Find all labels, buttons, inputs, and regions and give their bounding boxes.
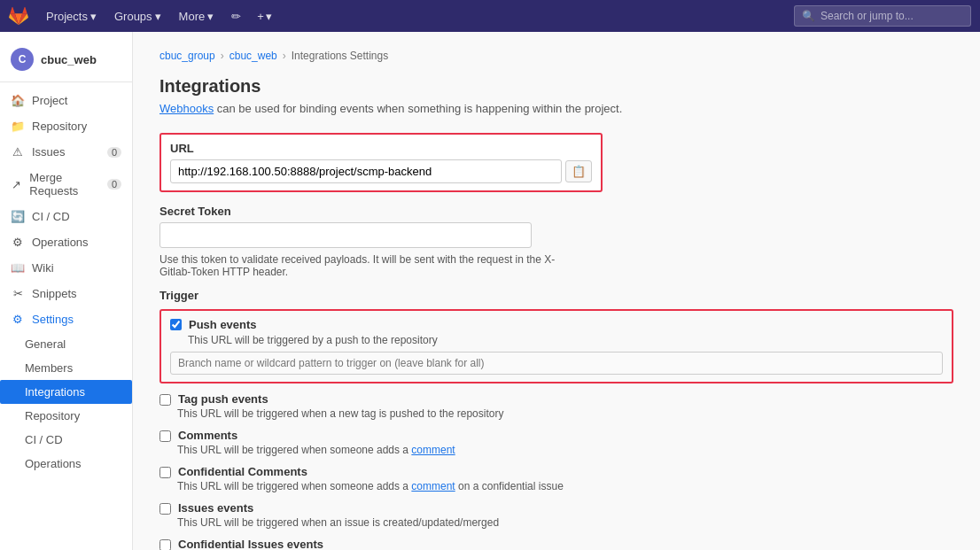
comment-link2[interactable]: comment: [411, 480, 455, 492]
chevron-down-icon: ▾: [266, 10, 272, 23]
confidential-comments-desc: This URL will be triggered when someone …: [177, 480, 953, 492]
trigger-issues: Issues events This URL will be triggered…: [159, 501, 953, 529]
breadcrumb-sep1: ›: [221, 50, 224, 62]
breadcrumb-group[interactable]: cbuc_group: [159, 50, 215, 62]
chevron-down-icon: ▾: [207, 10, 214, 23]
webhooks-link[interactable]: Webhooks: [159, 102, 214, 115]
repository-icon: 📁: [11, 120, 25, 133]
sidebar-label: CI / CD: [32, 210, 70, 223]
sidebar-label: Merge Requests: [29, 171, 100, 198]
search-input[interactable]: 🔍 Search or jump to...: [794, 5, 971, 27]
sidebar-item-issues[interactable]: ⚠ Issues 0: [0, 139, 132, 165]
sidebar-label: Wiki: [32, 261, 54, 275]
branch-pattern-input[interactable]: [170, 352, 943, 375]
url-label: URL: [170, 142, 592, 155]
gitlab-logo[interactable]: [9, 6, 28, 26]
trigger-label: Trigger: [159, 289, 953, 302]
sidebar-sub-general[interactable]: General: [0, 332, 132, 356]
tag-push-desc: This URL will be triggered when a new ta…: [177, 407, 953, 420]
sidebar-label: Project: [32, 94, 67, 107]
confidential-issues-checkbox[interactable]: [159, 539, 171, 550]
issues-events-checkbox[interactable]: [159, 503, 171, 515]
trigger-tag-push: Tag push events This URL will be trigger…: [159, 392, 953, 420]
trigger-comments: Comments This URL will be triggered when…: [159, 429, 953, 456]
sidebar-sub-repository[interactable]: Repository: [0, 404, 132, 428]
page-title: Integrations: [159, 76, 953, 97]
sidebar-header: C cbuc_web: [0, 41, 132, 82]
project-name: cbuc_web: [41, 53, 97, 66]
sidebar: C cbuc_web 🏠 Project 📁 Repository ⚠ Issu…: [0, 32, 133, 550]
avatar: C: [11, 48, 34, 71]
push-events-label: Push events: [170, 318, 943, 331]
search-icon: 🔍: [802, 10, 815, 22]
snippets-icon: ✂: [11, 287, 25, 300]
sidebar-item-operations[interactable]: ⚙ Operations: [0, 229, 132, 255]
comments-label[interactable]: Comments: [159, 429, 953, 442]
breadcrumb: cbuc_group › cbuc_web › Integrations Set…: [159, 50, 953, 62]
push-events-checkbox[interactable]: [170, 319, 182, 330]
trigger-confidential-comments: Confidential Comments This URL will be t…: [159, 465, 953, 492]
merge-icon: ↗: [11, 178, 22, 191]
sidebar-item-project[interactable]: 🏠 Project: [0, 88, 132, 113]
nav-edit[interactable]: ✏: [222, 0, 250, 32]
issues-events-desc: This URL will be triggered when an issue…: [177, 516, 953, 529]
sidebar-label: Operations: [32, 236, 89, 249]
sidebar-item-repository[interactable]: 📁 Repository: [0, 113, 132, 139]
nav-more[interactable]: More ▾: [170, 0, 223, 32]
copy-url-button[interactable]: 📋: [565, 160, 592, 182]
sidebar-sub-members[interactable]: Members: [0, 356, 132, 380]
secret-hint: Use this token to validate received payl…: [159, 253, 585, 278]
sidebar-item-cicd[interactable]: 🔄 CI / CD: [0, 204, 132, 229]
breadcrumb-sep2: ›: [283, 50, 286, 62]
chevron-down-icon: ▾: [90, 10, 97, 23]
sidebar-item-merge-requests[interactable]: ↗ Merge Requests 0: [0, 165, 132, 204]
issues-badge: 0: [107, 147, 121, 158]
nav-projects[interactable]: Projects ▾: [37, 0, 105, 32]
comments-desc: This URL will be triggered when someone …: [177, 444, 953, 456]
sidebar-label: Issues: [32, 145, 66, 159]
new-item-button[interactable]: + ▾: [250, 10, 279, 23]
comment-link[interactable]: comment: [411, 444, 455, 456]
push-events-box: Push events This URL will be triggered b…: [159, 309, 953, 383]
tag-push-checkbox[interactable]: [159, 394, 171, 406]
sidebar-sub-integrations[interactable]: Integrations: [0, 380, 132, 404]
url-section: URL 📋: [159, 133, 603, 192]
sidebar-sub-ci-cd[interactable]: CI / CD: [0, 428, 132, 452]
main-content: cbuc_group › cbuc_web › Integrations Set…: [133, 32, 980, 550]
secret-token-input[interactable]: [159, 222, 532, 248]
url-field-wrapper: 📋: [170, 159, 592, 183]
confidential-issues-label[interactable]: Confidential Issues events: [159, 538, 953, 550]
confidential-comments-checkbox[interactable]: [159, 467, 171, 478]
settings-icon: ⚙: [11, 313, 25, 326]
secret-label: Secret Token: [159, 205, 953, 218]
secret-token-section: Secret Token Use this token to validate …: [159, 205, 953, 278]
merge-badge: 0: [107, 179, 121, 190]
issues-icon: ⚠: [11, 145, 25, 159]
comments-checkbox[interactable]: [159, 430, 171, 442]
sidebar-item-snippets[interactable]: ✂ Snippets: [0, 281, 132, 306]
sidebar-item-wiki[interactable]: 📖 Wiki: [0, 255, 132, 281]
sidebar-label: Settings: [32, 313, 74, 326]
page-description: Webhooks can be used for binding events …: [159, 102, 953, 115]
breadcrumb-project[interactable]: cbuc_web: [229, 50, 277, 62]
push-events-desc: This URL will be triggered by a push to …: [188, 334, 943, 346]
cicd-icon: 🔄: [11, 210, 25, 223]
top-nav: Projects ▾ Groups ▾ More ▾ ✏ + ▾ 🔍 Searc…: [0, 0, 980, 32]
tag-push-label[interactable]: Tag push events: [159, 392, 953, 406]
trigger-confidential-issues: Confidential Issues events This URL will…: [159, 538, 953, 550]
issues-events-label[interactable]: Issues events: [159, 501, 953, 515]
sidebar-sub-operations[interactable]: Operations: [0, 452, 132, 476]
wiki-icon: 📖: [11, 261, 25, 275]
chevron-down-icon: ▾: [155, 10, 161, 23]
home-icon: 🏠: [11, 94, 25, 107]
sidebar-label: Repository: [32, 120, 87, 133]
breadcrumb-current: Integrations Settings: [292, 50, 388, 62]
nav-groups[interactable]: Groups ▾: [105, 0, 170, 32]
operations-icon: ⚙: [11, 236, 25, 249]
trigger-section: Trigger Push events This URL will be tri…: [159, 289, 953, 550]
sidebar-item-settings[interactable]: ⚙ Settings: [0, 306, 132, 332]
confidential-comments-label[interactable]: Confidential Comments: [159, 465, 953, 478]
url-input[interactable]: [170, 159, 562, 183]
sidebar-label: Snippets: [32, 287, 77, 300]
